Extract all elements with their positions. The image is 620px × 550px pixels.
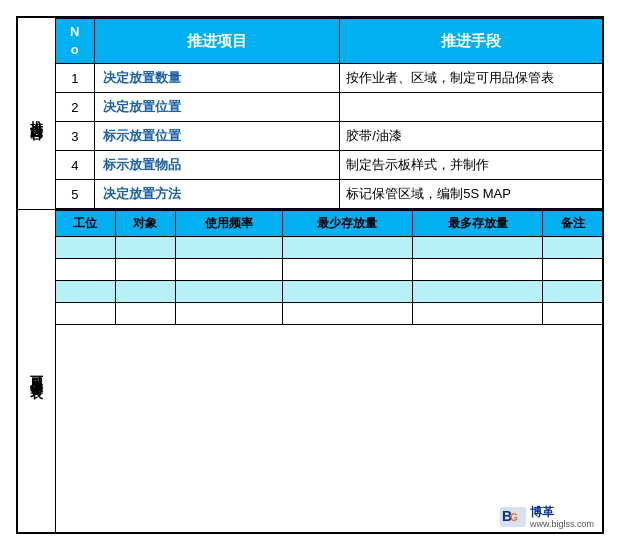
sub-cell	[413, 259, 543, 281]
top-section: 推进内容 N o 推进项目 推进手段	[18, 18, 602, 210]
row-means: 制定告示板样式，并制作	[340, 151, 602, 180]
row-no: 1	[56, 64, 94, 93]
brand-name: 博革	[530, 505, 594, 519]
brand-logo: B G 博革 www.biglss.com	[499, 505, 594, 530]
row-item: 决定放置位置	[94, 93, 340, 122]
sub-col-header: 工位	[56, 211, 115, 237]
sub-col-header: 最多存放量	[413, 211, 543, 237]
row-means: 胶带/油漆	[340, 122, 602, 151]
sub-cell	[56, 303, 115, 325]
row-means	[340, 93, 602, 122]
row-item: 决定放置方法	[94, 180, 340, 209]
svg-text:G: G	[510, 512, 518, 523]
sub-cell	[56, 281, 115, 303]
sub-cell	[115, 281, 175, 303]
table-row: 5决定放置方法标记保管区域，编制5S MAP	[56, 180, 602, 209]
sub-cell	[543, 237, 602, 259]
sub-cell	[282, 281, 412, 303]
sub-table-row	[56, 281, 602, 303]
row-item: 标示放置位置	[94, 122, 340, 151]
sub-cell	[56, 259, 115, 281]
sub-col-header: 对象	[115, 211, 175, 237]
col-no-header: N o	[56, 19, 94, 64]
sub-cell	[282, 237, 412, 259]
sub-cell	[56, 237, 115, 259]
row-item: 决定放置数量	[94, 64, 340, 93]
sub-cell	[543, 259, 602, 281]
sub-cell	[115, 237, 175, 259]
row-no: 3	[56, 122, 94, 151]
row-no: 4	[56, 151, 94, 180]
sub-cell	[543, 303, 602, 325]
row-means: 按作业者、区域，制定可用品保管表	[340, 64, 602, 93]
sub-cell	[413, 237, 543, 259]
sub-cell	[543, 281, 602, 303]
sub-table-row	[56, 303, 602, 325]
sub-cell	[115, 259, 175, 281]
bottom-section: 可用品保管表 工位对象使用频率最少存放量最多存放量备注	[18, 210, 602, 532]
row-no: 2	[56, 93, 94, 122]
sub-col-header: 使用频率	[175, 211, 282, 237]
sub-cell	[115, 303, 175, 325]
sub-table-row	[56, 237, 602, 259]
top-side-label: 推进内容	[18, 18, 56, 209]
brand-icon: B G	[499, 506, 527, 528]
brand-bar: B G 博革 www.biglss.com	[56, 502, 602, 532]
sub-cell	[175, 259, 282, 281]
sub-col-header: 最少存放量	[282, 211, 412, 237]
col-means-header: 推进手段	[340, 19, 602, 64]
sub-cell	[413, 303, 543, 325]
table-row: 2决定放置位置	[56, 93, 602, 122]
sub-cell	[282, 259, 412, 281]
row-means: 标记保管区域，编制5S MAP	[340, 180, 602, 209]
table-row: 4标示放置物品制定告示板样式，并制作	[56, 151, 602, 180]
col-item-header: 推进项目	[94, 19, 340, 64]
row-no: 5	[56, 180, 94, 209]
sub-cell	[175, 281, 282, 303]
brand-url: www.biglss.com	[530, 519, 594, 530]
sub-cell	[282, 303, 412, 325]
bottom-side-label: 可用品保管表	[18, 210, 56, 532]
sub-table-row	[56, 259, 602, 281]
row-item: 标示放置物品	[94, 151, 340, 180]
sub-cell	[413, 281, 543, 303]
sub-cell	[175, 237, 282, 259]
table-row: 3标示放置位置胶带/油漆	[56, 122, 602, 151]
sub-col-header: 备注	[543, 211, 602, 237]
sub-cell	[175, 303, 282, 325]
table-row: 1决定放置数量按作业者、区域，制定可用品保管表	[56, 64, 602, 93]
